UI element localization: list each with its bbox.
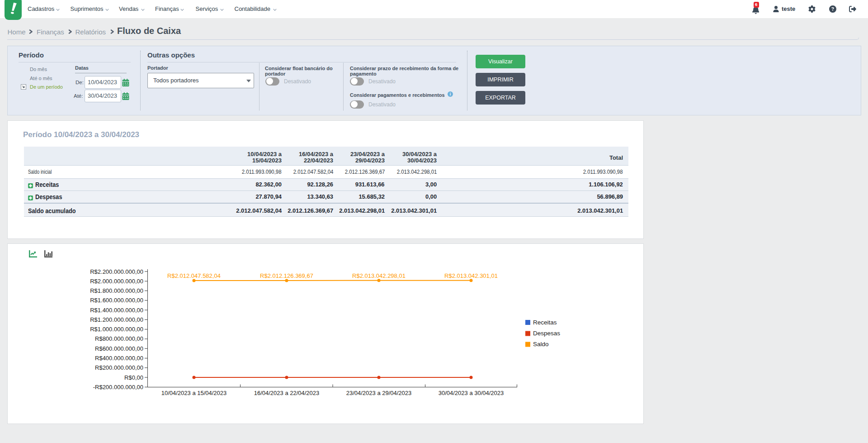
svg-text:R$600.000.000,00: R$600.000.000,00 [95,345,143,352]
svg-text:R$2.000.000.000,00: R$2.000.000.000,00 [90,278,143,285]
svg-text:R$0,00: R$0,00 [124,374,143,381]
svg-text:-R$200.000.000,00: -R$200.000.000,00 [93,384,143,391]
svg-text:R$2.200.000.000,00: R$2.200.000.000,00 [90,268,143,275]
svg-text:R$2.013.042.301,01: R$2.013.042.301,01 [444,272,498,279]
svg-text:23/04/2023 a 29/04/2023: 23/04/2023 a 29/04/2023 [346,390,412,396]
svg-text:R$2.012.126.369,67: R$2.012.126.369,67 [260,272,313,279]
svg-text:R$1.400.000.000,00: R$1.400.000.000,00 [90,307,143,314]
svg-text:10/04/2023 a 15/04/2023: 10/04/2023 a 15/04/2023 [161,390,227,396]
svg-text:R$1.200.000.000,00: R$1.200.000.000,00 [90,316,143,323]
svg-text:Saldo: Saldo [533,341,549,348]
svg-text:R$400.000.000,00: R$400.000.000,00 [95,355,143,362]
svg-text:R$1.800.000.000,00: R$1.800.000.000,00 [90,287,143,294]
svg-text:R$1.600.000.000,00: R$1.600.000.000,00 [90,297,143,304]
svg-text:R$800.000.000,00: R$800.000.000,00 [95,335,143,342]
svg-text:R$200.000.000,00: R$200.000.000,00 [95,364,143,371]
svg-text:R$2.012.047.582,04: R$2.012.047.582,04 [167,272,221,279]
svg-text:16/04/2023 a 22/04/2023: 16/04/2023 a 22/04/2023 [254,390,320,396]
svg-text:Despesas: Despesas [533,330,560,337]
svg-text:R$1.000.000.000,00: R$1.000.000.000,00 [90,326,143,333]
svg-text:R$2.013.042.298,01: R$2.013.042.298,01 [352,272,406,279]
svg-text:Receitas: Receitas [533,319,557,326]
svg-text:30/04/2023 a 30/04/2023: 30/04/2023 a 30/04/2023 [439,390,504,396]
